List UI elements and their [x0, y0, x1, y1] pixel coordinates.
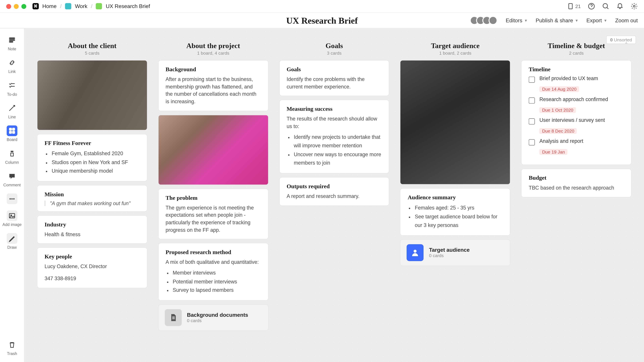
tool-draw[interactable]: Draw	[7, 233, 18, 250]
todo-item[interactable]: Brief provided to UX team	[529, 76, 624, 83]
tool-link[interactable]: Link	[7, 57, 18, 74]
card-title: The problem	[166, 194, 261, 201]
window-controls[interactable]	[6, 4, 26, 9]
svg-rect-14	[10, 176, 13, 176]
card-title: Goals	[286, 66, 382, 73]
subboard-card[interactable]: Target audience0 cards	[400, 239, 510, 266]
list-item: Female Gym, Established 2020	[52, 150, 140, 158]
image-card[interactable]	[37, 60, 147, 130]
checkbox[interactable]	[529, 118, 535, 125]
card-title: Key people	[44, 253, 140, 260]
list-card[interactable]: Audience summaryFemales aged: 25 - 35 yr…	[400, 188, 510, 236]
crumb-home[interactable]: Home	[42, 3, 56, 9]
timeline-card[interactable]: Timeline Brief provided to UX teamDue 14…	[521, 60, 632, 165]
list-item: Potential member interviews	[173, 277, 261, 286]
avatar[interactable]	[489, 16, 498, 25]
todo-label: Analysis and report	[540, 138, 583, 144]
column-count: 5 cards	[37, 51, 147, 56]
column-title: About the project	[158, 42, 268, 50]
checkbox[interactable]	[529, 77, 535, 83]
crumb-work[interactable]: Work	[75, 3, 88, 9]
image-card[interactable]	[400, 60, 510, 184]
page-header: UX Research Brief Editors▼ Publish & sha…	[0, 13, 644, 28]
svg-rect-13	[10, 175, 14, 175]
card-body: A mix of both qualitative and quantitati…	[166, 259, 261, 266]
tool-todo[interactable]: To-do	[7, 80, 18, 97]
minimize-icon[interactable]	[14, 4, 19, 9]
card-title: Budget	[529, 174, 624, 181]
card-title: FF Fitness Forever	[44, 140, 140, 147]
text-card[interactable]: Outputs requiredA report and research su…	[279, 177, 390, 206]
page-icon[interactable]	[96, 3, 102, 9]
card-body: Health & fitness	[44, 231, 140, 238]
text-card[interactable]: GoalsIdentify the core problems with the…	[279, 60, 390, 96]
todo-label: Research approach confirmed	[540, 97, 608, 102]
search-icon[interactable]	[602, 3, 609, 10]
tool-note[interactable]: Note	[7, 35, 18, 51]
chevron-down-icon: ▼	[575, 18, 578, 22]
todo-item[interactable]: Research approach confirmed	[529, 97, 624, 104]
column: About the client 5 cards FF Fitness Fore…	[37, 42, 147, 292]
tool-board[interactable]: Board	[7, 125, 18, 142]
crumb-page[interactable]: UX Research Brief	[106, 3, 150, 9]
text-card[interactable]: The problemThe gym experience is not mee…	[158, 188, 268, 239]
column-header[interactable]: About the client 5 cards	[37, 42, 147, 55]
checkbox[interactable]	[529, 139, 535, 146]
card-body: Lucy Oakdene, CX Director	[44, 263, 140, 270]
tool-add-image[interactable]: Add image	[2, 210, 22, 227]
list-card[interactable]: FF Fitness ForeverFemale Gym, Establishe…	[37, 134, 147, 181]
tool-comment[interactable]: Comment	[3, 171, 21, 187]
checkbox[interactable]	[529, 97, 535, 104]
list-item: Identify new projects to undertake that …	[294, 133, 382, 150]
list-item: Females aged: 25 - 35 yrs	[415, 204, 503, 212]
tool-more[interactable]: •••	[7, 193, 18, 204]
collapse-icon[interactable]: ⌃	[624, 42, 628, 47]
card-title: Mission	[44, 191, 140, 198]
todo-item[interactable]: Analysis and report	[529, 138, 624, 145]
due-badge: Due 8 Dec 2020	[540, 128, 577, 134]
column-count: 1 board, 2 cards	[400, 51, 510, 56]
trash-button[interactable]: Trash	[7, 339, 18, 356]
text-card[interactable]: Mission"A gym that makes working out fun…	[37, 185, 147, 211]
text-card[interactable]: BudgetTBC based on the research approach	[521, 169, 632, 197]
editors-menu[interactable]: Editors▼	[506, 17, 528, 24]
person-icon	[407, 244, 424, 261]
maximize-icon[interactable]	[21, 4, 26, 9]
svg-rect-19	[172, 318, 175, 319]
subboard-card[interactable]: Background documents0 cards	[158, 304, 268, 331]
image-card[interactable]	[158, 115, 268, 185]
subboard-count: 0 cards	[429, 253, 470, 258]
editor-avatars[interactable]	[473, 16, 498, 25]
close-icon[interactable]	[6, 4, 11, 9]
folder-icon[interactable]	[65, 3, 71, 9]
column-header[interactable]: About the project 1 board, 4 cards	[158, 42, 268, 55]
column-header[interactable]: Timeline & budget 2 cards ⌃	[521, 42, 632, 55]
zoom-out-button[interactable]: Zoom out	[615, 17, 638, 24]
text-card[interactable]: IndustryHealth & fitness	[37, 215, 147, 244]
canvas[interactable]: 0 Unsorted About the client 5 cards FF F…	[24, 28, 644, 362]
card-title: Industry	[44, 221, 140, 228]
column: Goals 3 cards GoalsIdentify the core pro…	[279, 42, 390, 209]
bell-icon[interactable]	[616, 3, 623, 10]
gear-icon[interactable]	[630, 3, 638, 10]
subboard-title: Background documents	[187, 312, 248, 318]
column-header[interactable]: Target audience 1 board, 2 cards	[400, 42, 510, 55]
export-menu[interactable]: Export▼	[586, 17, 607, 24]
svg-rect-7	[10, 128, 12, 130]
todo-item[interactable]: User interviews / survey sent	[529, 118, 624, 125]
column-header[interactable]: Goals 3 cards	[279, 42, 390, 55]
device-count[interactable]: 21	[567, 3, 581, 10]
help-icon[interactable]	[588, 3, 595, 10]
list-card[interactable]: Proposed research methodA mix of both qu…	[158, 243, 268, 301]
list-card[interactable]: Measuring successThe results of the rese…	[279, 100, 390, 173]
home-icon[interactable]: ⌘	[32, 3, 39, 9]
text-card[interactable]: BackgroundAfter a promising start to the…	[158, 60, 268, 111]
tool-line[interactable]: Line	[7, 103, 18, 119]
card-title: Timeline	[529, 66, 624, 73]
column-title: Goals	[279, 42, 390, 50]
svg-rect-18	[172, 317, 175, 318]
text-card[interactable]: Key peopleLucy Oakdene, CX Director347 3…	[37, 248, 147, 288]
tool-column[interactable]: Column	[5, 148, 19, 165]
list-item: Member interviews	[173, 269, 261, 277]
publish-menu[interactable]: Publish & share▼	[536, 17, 578, 24]
